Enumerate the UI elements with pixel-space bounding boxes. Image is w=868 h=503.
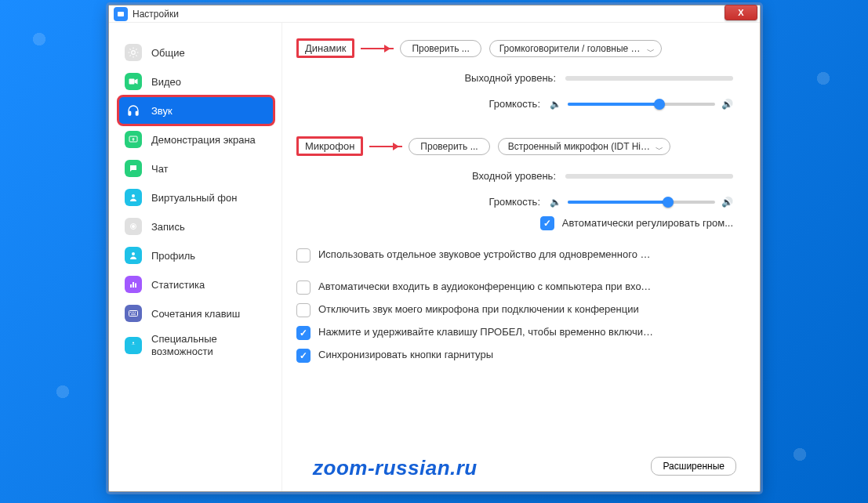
mic-volume-slider[interactable] [568, 201, 715, 204]
sidebar-item-profile[interactable]: Профиль [118, 241, 274, 270]
input-level-meter [565, 174, 733, 179]
stats-icon [125, 276, 142, 293]
output-level-meter [565, 76, 733, 81]
sidebar-item-label: Сочетания клавиш [151, 308, 240, 320]
option-checkbox-4[interactable] [296, 349, 311, 363]
record-icon [125, 218, 142, 235]
svg-point-5 [132, 194, 135, 197]
option-label: Автоматически входить в аудиоконференцию… [318, 280, 656, 294]
gear-icon [125, 44, 142, 61]
close-icon: X [738, 8, 743, 17]
sidebar-item-shortcuts[interactable]: Сочетания клавиш [118, 299, 274, 327]
auto-adjust-label: Автоматически регулировать гром... [562, 217, 733, 229]
zoom-app-icon [114, 7, 128, 21]
audio-settings-panel: Динамик Проверить ... Громкоговорители /… [281, 23, 760, 491]
option-label: Использовать отдельное звуковое устройст… [318, 248, 656, 262]
svg-point-8 [132, 252, 135, 255]
option-checkbox-3[interactable] [296, 326, 311, 340]
option-checkbox-0[interactable] [296, 248, 311, 262]
svg-rect-2 [129, 111, 131, 115]
sidebar-item-label: Видео [151, 76, 181, 88]
sidebar-item-label: Звук [151, 105, 173, 117]
titlebar: Настройки X [109, 5, 760, 23]
keyboard-icon [125, 305, 142, 322]
sidebar-item-stats[interactable]: Статистика [118, 270, 274, 299]
sidebar-item-video[interactable]: Видео [118, 67, 274, 96]
svg-rect-9 [130, 284, 132, 288]
headphones-icon [125, 102, 142, 119]
option-label: Синхронизировать кнопки гарнитуры [318, 348, 493, 362]
accessibility-icon [125, 337, 142, 354]
close-button[interactable]: X [725, 5, 757, 20]
output-level-label: Выходной уровень: [464, 72, 556, 84]
sidebar-item-general[interactable]: Общие [118, 38, 274, 67]
mic-device-select[interactable]: Встроенный микрофон (IDT Hig... ﹀ [498, 138, 670, 155]
person-icon [125, 189, 142, 206]
sidebar-item-label: Специальные возможности [151, 333, 267, 357]
mic-high-icon: 🔊 [721, 197, 733, 208]
chevron-down-icon: ﹀ [656, 144, 663, 155]
svg-rect-16 [135, 312, 136, 313]
sidebar-item-label: Общие [151, 47, 185, 59]
speaker-volume-label: Громкость: [488, 98, 540, 110]
sidebar-item-label: Профиль [151, 250, 195, 262]
option-checkbox-2[interactable] [296, 303, 311, 317]
speaker-section-label: Динамик [296, 38, 354, 58]
svg-rect-11 [135, 284, 136, 288]
svg-rect-13 [130, 312, 131, 313]
advanced-button[interactable]: Расширенные [651, 457, 736, 476]
svg-rect-3 [136, 111, 138, 115]
sidebar: Общие Видео Звук Демонстрация экрана [109, 23, 281, 491]
mic-volume-label: Громкость: [488, 196, 540, 208]
annotation-arrow-icon [369, 146, 402, 147]
annotation-arrow-icon [361, 48, 394, 49]
sidebar-item-label: Запись [151, 221, 185, 233]
option-label: Нажмите и удерживайте клавишу ПРОБЕЛ, чт… [318, 325, 656, 339]
svg-point-7 [132, 225, 135, 228]
sidebar-item-label: Демонстрация экрана [151, 134, 256, 146]
sidebar-item-accessibility[interactable]: Специальные возможности [118, 328, 274, 362]
sidebar-item-audio[interactable]: Звук [118, 96, 274, 125]
sidebar-item-label: Чат [151, 163, 169, 175]
sidebar-item-chat[interactable]: Чат [118, 154, 274, 183]
input-level-label: Входной уровень: [472, 170, 556, 182]
mic-device-value: Встроенный микрофон (IDT Hig... [508, 141, 654, 152]
sidebar-item-label: Статистика [151, 279, 205, 291]
profile-icon [125, 247, 142, 264]
watermark: zoom-russian.ru [313, 456, 478, 480]
test-speaker-button[interactable]: Проверить ... [400, 40, 481, 57]
share-screen-icon [125, 131, 142, 148]
mic-low-icon: 🔈 [550, 197, 561, 208]
window-title: Настройки [133, 9, 179, 20]
svg-rect-15 [133, 312, 134, 313]
test-mic-button[interactable]: Проверить ... [409, 138, 489, 155]
svg-rect-12 [129, 311, 138, 317]
speaker-volume-slider[interactable] [568, 103, 715, 106]
sidebar-item-share[interactable]: Демонстрация экрана [118, 125, 274, 154]
svg-rect-17 [131, 314, 136, 315]
svg-rect-14 [132, 312, 133, 313]
video-icon [125, 73, 142, 90]
svg-rect-1 [129, 79, 135, 85]
option-checkbox-1[interactable] [296, 280, 311, 295]
chat-icon [125, 160, 142, 177]
speaker-high-icon: 🔊 [721, 99, 733, 110]
option-label: Отключить звук моего микрофона при подкл… [318, 302, 639, 317]
svg-rect-10 [133, 282, 134, 288]
svg-point-18 [133, 342, 134, 343]
svg-point-0 [132, 51, 136, 55]
chevron-down-icon: ﹀ [647, 46, 655, 57]
mic-section-label: Микрофон [296, 136, 363, 156]
speaker-device-value: Громкоговорители / головные т... [499, 43, 642, 54]
settings-window: Настройки X Общие Видео Зв [108, 5, 761, 492]
speaker-device-select[interactable]: Громкоговорители / головные т... ﹀ [489, 40, 662, 57]
speaker-low-icon: 🔈 [550, 99, 561, 110]
sidebar-item-label: Виртуальный фон [151, 192, 237, 204]
sidebar-item-recording[interactable]: Запись [118, 212, 274, 241]
auto-adjust-checkbox[interactable] [540, 216, 554, 230]
sidebar-item-vbg[interactable]: Виртуальный фон [118, 183, 274, 212]
